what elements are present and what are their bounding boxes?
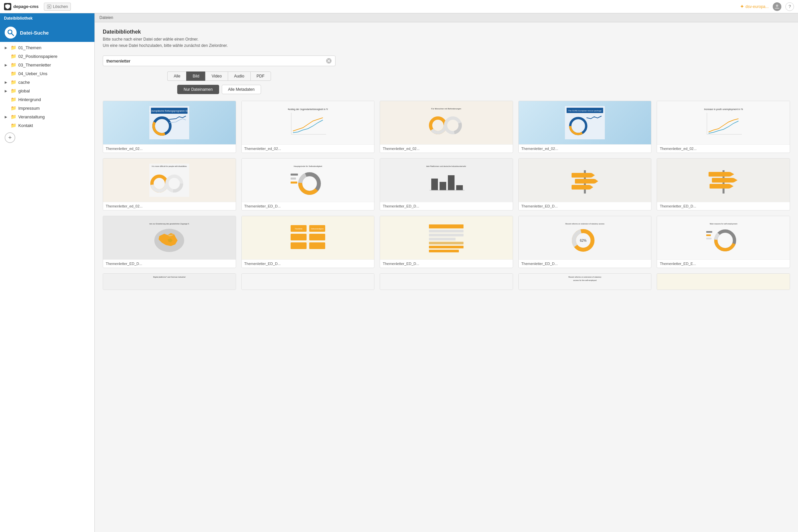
svg-rect-61: [572, 185, 590, 190]
thumb-svg: Digital platforms* and German industrial: [149, 274, 189, 290]
file-card[interactable]: Themenletter_ED_D...: [380, 216, 513, 268]
thumb-svg: Recent reforms on extension of statutory…: [565, 274, 605, 290]
folder-icon: 📁: [11, 97, 16, 102]
file-name: Themenletter_ED_D...: [380, 259, 513, 268]
add-label: +: [8, 134, 12, 141]
file-card[interactable]: Recent reforms on extension of statutory…: [518, 216, 652, 268]
main-section-header: Dateien: [95, 13, 798, 22]
svg-rect-90: [429, 250, 459, 252]
sidebar-item-04_Ueber_Uns[interactable]: 📁 04_Ueber_Uns: [0, 69, 94, 78]
svg-text:Selbstständigkeit: Selbstständigkeit: [311, 228, 324, 230]
sidebar-item-Impressum[interactable]: 📁 Impressum: [0, 104, 94, 112]
file-card[interactable]: Themenletter_ED_D...: [657, 158, 790, 210]
sidebar-item-label: 03_Themenletter: [18, 62, 90, 68]
sidebar-item-Kontakt[interactable]: 📁 Kontakt: [0, 121, 94, 130]
svg-rect-50: [431, 178, 438, 190]
svg-point-4: [776, 4, 778, 7]
file-card[interactable]: Digital platforms* and German industrial: [103, 273, 236, 290]
sidebar-item-global[interactable]: ▶ 📁 global: [0, 87, 94, 95]
topbar: depage-cms Löschen ✦ dsv-europa... ?: [0, 0, 798, 13]
sidebar-header: Dateibibliothek: [0, 13, 94, 23]
topbar-right: ✦ dsv-europa... ?: [740, 2, 794, 11]
file-card[interactable]: [380, 273, 513, 290]
file-card[interactable]: Themenletter_ED_D...: [518, 158, 652, 210]
delete-button[interactable]: Löschen: [44, 3, 71, 11]
file-card[interactable]: Anstieg der Jugendarbeitslosigkeit in % …: [241, 101, 375, 153]
section-label: Dateien: [99, 15, 113, 20]
sidebar-item-Veranstaltung[interactable]: ▶ 📁 Veranstaltung: [0, 112, 94, 121]
sidebar-item-cache[interactable]: ▶ 📁 cache: [0, 78, 94, 87]
sidebar-item-02_Positionspapiere[interactable]: 📁 02_Positionspapiere: [0, 52, 94, 60]
sidebar-item-Hintergrund[interactable]: 📁 Hintergrund: [0, 95, 94, 104]
file-card[interactable]: The SURE European rescue package Themenl…: [518, 101, 652, 153]
folder-icon: 📁: [11, 88, 16, 93]
thumb-svg: Main reasons for self-employment: [704, 221, 743, 254]
sidebar-search-item[interactable]: Datei-Suche: [0, 23, 94, 42]
search-clear-button[interactable]: [326, 58, 332, 64]
meta-dateinamen[interactable]: Nur Dateinamen: [177, 85, 219, 94]
svg-line-6: [12, 34, 14, 36]
svg-text:It is more difficult for peopl: It is more difficult for people with dis…: [152, 165, 187, 167]
file-card[interactable]: Das europäische Rettungsprogramm SURE Th…: [103, 101, 236, 153]
file-name: Themenletter_ED_E...: [657, 259, 790, 268]
svg-rect-45: [291, 174, 298, 175]
sidebar-tree: ▶ 📁 01_Themen 📁 02_Positionspapiere ▶ 📁 …: [0, 42, 94, 532]
search-icon-big: [5, 26, 17, 39]
sidebar-item-03_Themenletter[interactable]: ▶ 📁 03_Themenletter: [0, 60, 94, 69]
file-thumbnail: [380, 274, 513, 290]
file-card[interactable]: [657, 273, 790, 290]
svg-text:Recent reforms on extension of: Recent reforms on extension of statutory…: [565, 223, 605, 225]
svg-rect-79: [291, 242, 307, 249]
file-name: Themenletter_ed_02...: [657, 144, 790, 153]
file-thumbnail: [380, 216, 513, 259]
user-avatar[interactable]: [773, 2, 781, 11]
app-logo: depage-cms: [4, 3, 39, 10]
svg-text:Digital platforms* and German : Digital platforms* and German industrial: [153, 276, 186, 278]
file-card[interactable]: [241, 273, 375, 290]
thumb-svg: It is more difficult for people with dis…: [149, 164, 189, 197]
file-card[interactable]: Increase in youth unemployment in % Them…: [657, 101, 790, 153]
sidebar-item-label: Hintergrund: [18, 97, 90, 102]
filter-audio[interactable]: Audio: [228, 72, 250, 81]
desc-line1: Bitte suche nach einer Datei oder wähle …: [103, 37, 198, 41]
file-card[interactable]: Jüngste Reformen zur Erweiterung des ges…: [103, 216, 236, 268]
meta-metadaten[interactable]: Alle Metadaten: [222, 85, 261, 94]
folder-icon: 📁: [11, 106, 16, 111]
sidebar-item-label: 04_Ueber_Uns: [18, 71, 90, 76]
file-card[interactable]: Flexibilität Selbstständigkeit Themenlet…: [241, 216, 375, 268]
file-thumbnail: Recent reforms on extension of statutory…: [519, 216, 651, 259]
file-card[interactable]: Digitale Plattformen und deutsche Indust…: [380, 158, 513, 210]
sidebar-item-01_Themen[interactable]: ▶ 📁 01_Themen: [0, 43, 94, 52]
help-button[interactable]: ?: [785, 2, 794, 11]
svg-text:Jüngste Reformen zur Erweiteru: Jüngste Reformen zur Erweiterung des ges…: [149, 223, 189, 225]
file-card[interactable]: Main reasons for self-employment Themenl…: [657, 216, 790, 268]
expand-arrow: ▶: [5, 80, 8, 84]
expand-arrow: ▶: [5, 46, 8, 50]
file-name: Themenletter_ed_02...: [380, 144, 513, 153]
file-search-input[interactable]: [107, 58, 323, 63]
sidebar: Dateibibliothek Datei-Suche ▶ 📁 01_Theme…: [0, 13, 95, 532]
file-grid: Das europäische Rettungsprogramm SURE Th…: [103, 101, 790, 268]
file-thumbnail: Digitale Plattformen und deutsche Indust…: [380, 158, 513, 202]
expand-arrow: ▶: [5, 63, 8, 67]
add-folder-button[interactable]: +: [5, 132, 15, 143]
file-thumbnail: Recent reforms on extension of statutory…: [519, 274, 651, 290]
filter-bild[interactable]: Bild: [186, 72, 205, 81]
svg-text:Recent reforms on extension of: Recent reforms on extension of statutory: [569, 276, 602, 278]
search-icon: [7, 29, 14, 36]
file-card[interactable]: Recent reforms on extension of statutory…: [518, 273, 652, 290]
file-card[interactable]: Hauptgründe für Selbständigkeit Themenle…: [241, 158, 375, 210]
filter-row: Alle Bild Video Audio PDF: [103, 72, 336, 81]
filter-pdf[interactable]: PDF: [250, 72, 271, 81]
file-card[interactable]: Für Menschen mit Behinderungen Themenlet…: [380, 101, 513, 153]
topbar-left: depage-cms Löschen: [4, 3, 71, 11]
svg-rect-65: [708, 172, 730, 176]
filter-video[interactable]: Video: [205, 72, 227, 81]
file-name: Themenletter_ED_D...: [380, 202, 513, 210]
expand-arrow: ▶: [5, 115, 8, 119]
file-card[interactable]: It is more difficult for people with dis…: [103, 158, 236, 210]
user-indicator: ✦ dsv-europa...: [740, 3, 769, 10]
filter-alle[interactable]: Alle: [167, 72, 186, 81]
svg-rect-89: [429, 246, 463, 248]
main-layout: Dateibibliothek Datei-Suche ▶ 📁 01_Theme…: [0, 13, 798, 532]
